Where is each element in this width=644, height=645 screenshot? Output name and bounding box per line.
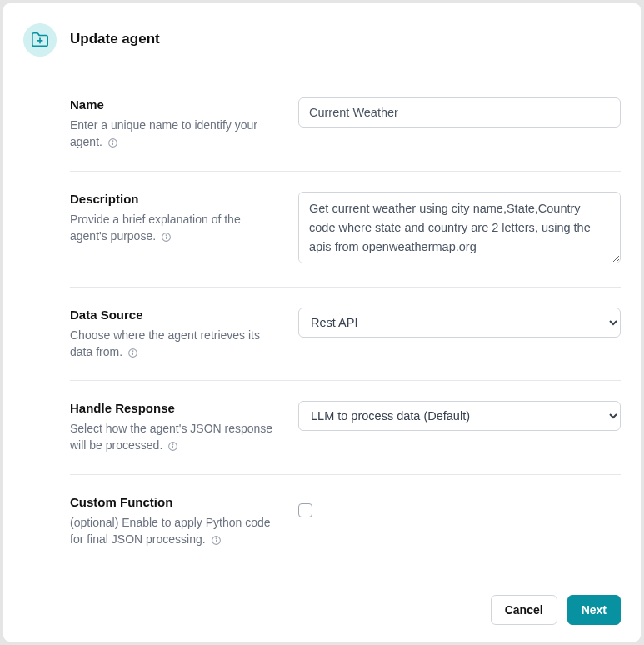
modal-header: Update agent (23, 23, 621, 57)
description-row: Description Provide a brief explanation … (70, 171, 621, 287)
handle-response-label: Handle Response (70, 401, 278, 415)
svg-point-13 (172, 444, 173, 445)
svg-point-4 (112, 141, 113, 142)
svg-point-10 (132, 350, 133, 351)
folder-plus-icon (23, 23, 57, 57)
custom-function-label: Custom Function (70, 495, 278, 509)
info-icon[interactable] (107, 138, 118, 148)
name-label: Name (70, 98, 278, 112)
name-row: Name Enter a unique name to identify you… (70, 77, 621, 171)
info-icon[interactable] (167, 441, 178, 452)
data-source-row: Data Source Choose where the agent retri… (70, 287, 621, 381)
svg-point-7 (166, 234, 167, 235)
info-icon[interactable] (161, 232, 172, 242)
handle-response-description: Select how the agent's JSON response wil… (70, 420, 278, 454)
data-source-label: Data Source (70, 308, 278, 322)
next-button[interactable]: Next (567, 595, 621, 625)
modal-title: Update agent (70, 23, 160, 48)
data-source-select[interactable]: Rest API (298, 308, 621, 338)
description-description: Provide a brief explanation of the agent… (70, 211, 278, 245)
name-description: Enter a unique name to identify your age… (70, 117, 278, 151)
data-source-description: Choose where the agent retrieves its dat… (70, 327, 278, 361)
info-icon[interactable] (127, 348, 138, 358)
description-textarea[interactable] (298, 192, 621, 263)
update-agent-modal: Update agent Name Enter a unique name to… (3, 3, 641, 642)
handle-response-select[interactable]: LLM to process data (Default) (298, 401, 621, 431)
modal-footer: Cancel Next (23, 585, 621, 625)
custom-function-description: (optional) Enable to apply Python code f… (70, 514, 278, 548)
custom-function-checkbox[interactable] (298, 503, 312, 518)
handle-response-row: Handle Response Select how the agent's J… (70, 380, 621, 474)
cancel-button[interactable]: Cancel (491, 595, 557, 625)
name-input[interactable] (298, 98, 621, 128)
info-icon[interactable] (211, 535, 222, 546)
custom-function-row: Custom Function (optional) Enable to app… (70, 474, 621, 568)
svg-point-16 (216, 538, 217, 539)
form-content: Name Enter a unique name to identify you… (23, 77, 621, 585)
description-label: Description (70, 192, 278, 206)
